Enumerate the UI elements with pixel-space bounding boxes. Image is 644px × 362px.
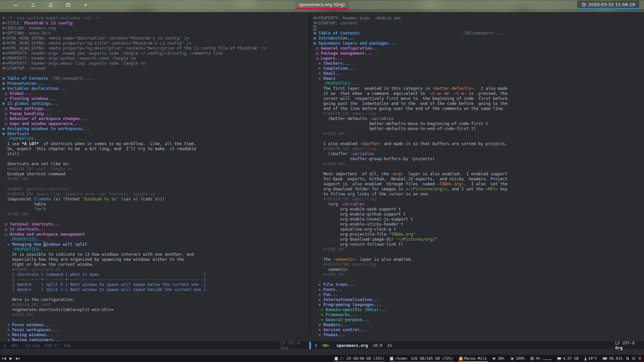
buffer-line: ○ Floating windows...: [2, 96, 308, 101]
workspace-4[interactable]: [65, 1, 71, 9]
buffer-line: ⊛ Presentation...: [2, 81, 308, 86]
buffer-line: | $mod+v | split v | Next window to spaw…: [2, 287, 308, 292]
buffer-name[interactable]: spacemacs.org: [336, 343, 368, 348]
buffer-line: org-projectile-file "TODOs.org": [314, 232, 642, 237]
buffer-line: [314, 136, 642, 141]
workspace-add-button[interactable]: +: [83, 1, 89, 9]
top-i3bar: + spacemacs.org (Org) 2020-03-15 11-56-1…: [0, 1, 644, 9]
status-dot-icon[interactable]: [632, 357, 635, 360]
buffer-line: (org :variables: [314, 202, 642, 207]
buffer-line: ⊛ Shortcuts: [2, 131, 308, 136]
segment-text: /home: 126 GB/185 GB (72%): [395, 356, 453, 361]
workspace-2[interactable]: [30, 1, 36, 9]
buffer-line: Here is the configuration:: [2, 297, 308, 302]
memory-block[interactable]: 4.57 GB: [557, 355, 578, 362]
window-number: 1: [3, 343, 6, 348]
buffer-line: #+PROPERTY: header-args:python :exports …: [2, 56, 308, 61]
segment-text: 96.01%: [609, 356, 623, 361]
cpu-block[interactable]: 4%: [530, 355, 551, 362]
buffer-line: ∗ Version control...: [314, 327, 642, 333]
buffer-line: #+BEGIN_SRC emacs-lisp: [314, 111, 642, 116]
buffer-line: support is also enabled through files na…: [314, 182, 642, 187]
buffer-line: ∗ Domain-specific (DSLs)...: [314, 307, 642, 312]
clock-block[interactable]: 2020-03-15 11-56-19: [577, 1, 639, 9]
evil-state: <N>: [322, 343, 329, 348]
disk-home-block[interactable]: /home: 126 GB/185 GB (72%): [390, 355, 453, 362]
modeline-inactive[interactable]: 1 <N> i3.org 438:17 Top LF UTF-8 Org: [0, 342, 309, 349]
buffer-line: Most important of all, the ~org~ layer i…: [314, 172, 642, 177]
buffer-line: ○ Layers...: [314, 56, 642, 61]
buffer-line: org-return-follows-link t): [314, 242, 642, 247]
buffer-line: going past the indentation and to the en…: [314, 101, 642, 106]
buffer-line: #+BEGIN_SRC emacs-lisp: [314, 262, 642, 267]
buffer-line: ∗ Checkers...: [314, 61, 642, 66]
buffer-line: :PROPERTIES:...: [2, 237, 308, 242]
play-icon[interactable]: [9, 357, 12, 360]
buffer-line: ∗ Frameworks...: [314, 312, 642, 317]
buffer-line: #+HTML_HEAD_EXTRA: <meta name="descripti…: [2, 36, 308, 41]
buffer-line: [2, 182, 308, 187]
cursor-position: 438:17: [44, 343, 59, 348]
buffer-line: [2, 292, 308, 297]
network-arrows-icon[interactable]: [626, 357, 629, 360]
buffer-line: #+NAME: generate-shortcuts: [2, 187, 308, 192]
buffer-line: right or below the current window.: [2, 262, 308, 267]
buffer-line: org-enable-sticky-header t: [314, 222, 642, 227]
workspace-1[interactable]: [13, 1, 19, 9]
disk-icon: [334, 357, 338, 361]
modeline-active[interactable]: 2 <N> spacemacs.org 10:0 1% LF UTF-8 Org: [309, 342, 644, 349]
buffer-line: [2, 71, 308, 76]
buffer-line: ⊛ Table of Contents :TOC:noexport:...: [314, 31, 642, 36]
buffer-line: (ibuffer :variables: [314, 152, 642, 157]
buffer-line: ⊛ Introduction...: [314, 36, 642, 41]
temperature-block[interactable]: 39°C: [584, 355, 597, 362]
buffer-line: | $mod+h | split h | Next window to spaw…: [2, 282, 308, 287]
battery-block[interactable]: 96.01%: [603, 355, 623, 362]
buffer-line: ○ Window and workspace management: [2, 232, 308, 237]
buffer-line: (mapconcat (lambda (x) (format "bindsym …: [2, 197, 308, 202]
buffer-line: ∗ Emacs: [314, 76, 642, 81]
segment-text: 38%: [498, 356, 504, 361]
major-mode[interactable]: Org: [280, 346, 288, 350]
buffer-line: semantic: [314, 267, 642, 272]
cpu-sparkline: [543, 357, 551, 360]
major-mode[interactable]: Org: [615, 346, 623, 350]
buffer-line: #+NAME: split-win-sh: [2, 267, 308, 272]
buffer-pane-spacemacs-org[interactable]: #+PROPERTY: header-args: :mkdirp yes#+ST…: [314, 16, 642, 342]
buffer-line: #+PROPERTY: header-args:emacs-lisp :expo…: [2, 61, 308, 66]
disk-root-block[interactable]: /: 29 GB/98 GB (31%): [334, 355, 384, 362]
buffer-line: [314, 277, 642, 282]
brightness-block[interactable]: 100%: [510, 355, 525, 362]
buffer-line: ○ Package management...: [314, 51, 642, 56]
window-title-text: spacemacs.org (Org): [299, 2, 345, 7]
buffer-line: | shortcuts | command | what it does |: [2, 272, 308, 277]
recording-icon[interactable]: [638, 357, 641, 360]
now-playing-block[interactable]: Marpa Mila: [459, 355, 487, 362]
workspace-3[interactable]: [48, 1, 54, 9]
buffer-line: it so that when a command equivalent to …: [314, 91, 642, 96]
buffer-line: # -*- org-confirm-babel-evaluate: nil -*…: [2, 16, 308, 21]
window-divider[interactable]: [309, 12, 311, 334]
buffer-line: for Epub exports, Github, Reveal.JS expo…: [314, 177, 642, 182]
buffer-line: ∗ File trees...: [314, 282, 642, 287]
encoding-indicator: LF UTF-8: [280, 341, 300, 346]
buffer-line: ∗ Readers...: [314, 322, 642, 327]
next-track-icon[interactable]: [16, 357, 19, 360]
previous-track-icon[interactable]: [2, 357, 6, 360]
buffer-line: #+END_SRC: [314, 247, 642, 252]
buffer-line: ○ Global...: [2, 91, 308, 96]
buffer-line: ∗ Fonts...: [314, 287, 642, 292]
buffer-line: ⊛ Spacemacs layers and packages...: [314, 41, 642, 46]
segment-text: 100%: [516, 356, 525, 361]
buffer-line: Shortcuts are set like so:: [2, 162, 308, 167]
buffer-line: spaceline-org-clock-p t: [314, 227, 642, 232]
buffer-name[interactable]: i3.org: [25, 343, 40, 348]
buffer-line: ∗ Completion...: [314, 66, 642, 71]
buffer-pane-i3-org[interactable]: # -*- org-confirm-babel-evaluate: nil -*…: [2, 16, 308, 342]
buffer-line: (better-defaults :variables: [314, 116, 642, 121]
temperature-icon: [584, 357, 587, 361]
buffer-line: The first layer enabled in this category…: [314, 86, 642, 91]
volume-block[interactable]: 38%: [492, 355, 504, 362]
buffer-line: [314, 26, 642, 31]
segment-text: 4%: [536, 356, 540, 361]
